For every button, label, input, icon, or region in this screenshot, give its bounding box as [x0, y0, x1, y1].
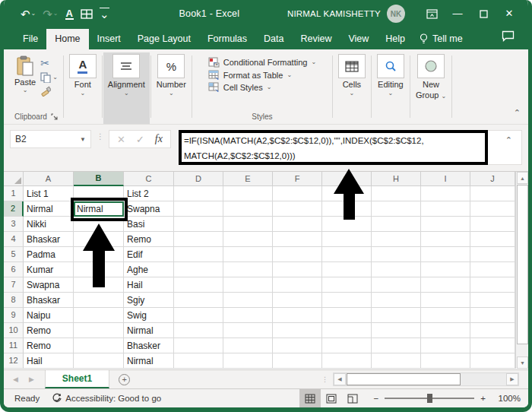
borders-icon[interactable]: [81, 9, 93, 19]
cell-F4[interactable]: [273, 232, 322, 247]
cell-D3[interactable]: [174, 217, 223, 232]
cell-F3[interactable]: [273, 217, 322, 232]
tab-file[interactable]: File: [14, 29, 46, 49]
zoom-in-icon[interactable]: +: [480, 394, 486, 403]
cell-B5[interactable]: [74, 247, 124, 262]
cell-C11[interactable]: Bhasker: [124, 338, 174, 353]
cell-H10[interactable]: [372, 323, 421, 338]
cell-D2[interactable]: [174, 201, 223, 217]
cell-F6[interactable]: [273, 262, 322, 277]
cell-I6[interactable]: [421, 262, 470, 277]
cell-D8[interactable]: [174, 293, 223, 308]
zoom-slider[interactable]: [385, 398, 474, 399]
cell-G12[interactable]: [322, 353, 372, 369]
cell-C4[interactable]: Remo: [124, 232, 174, 247]
cell-F5[interactable]: [273, 247, 322, 262]
cell-H8[interactable]: [372, 293, 421, 308]
cell-F1[interactable]: [273, 186, 322, 201]
cell-H4[interactable]: [372, 232, 421, 247]
cell-J8[interactable]: [470, 293, 515, 308]
cells-button[interactable]: Cells ⌄: [338, 54, 366, 97]
tab-page-layout[interactable]: Page Layout: [129, 29, 199, 49]
cell-B8[interactable]: [74, 293, 124, 308]
cell-F10[interactable]: [273, 323, 322, 338]
cell-J10[interactable]: [470, 323, 515, 338]
cell-G6[interactable]: [322, 262, 372, 277]
cell-G4[interactable]: [322, 232, 372, 247]
cell-I8[interactable]: [421, 293, 470, 308]
cell-E11[interactable]: [223, 338, 273, 353]
cell-A10[interactable]: Remo: [24, 323, 74, 338]
cell-I11[interactable]: [421, 338, 470, 353]
cell-I10[interactable]: [421, 323, 470, 338]
paste-button[interactable]: Paste ⌄: [14, 54, 36, 97]
cell-B9[interactable]: [74, 308, 124, 323]
row-header-5[interactable]: 5: [4, 247, 24, 262]
cell-B4[interactable]: [74, 232, 124, 247]
cell-H1[interactable]: [372, 186, 421, 201]
horizontal-scroll-thumb[interactable]: [347, 373, 461, 385]
zoom-out-icon[interactable]: −: [374, 394, 379, 403]
scroll-down-icon[interactable]: ▼: [517, 357, 528, 369]
accessibility-status[interactable]: Accessibility: Good to go: [52, 393, 161, 404]
cell-A8[interactable]: Bhaskar: [24, 293, 74, 308]
cell-C5[interactable]: Edif: [124, 247, 174, 262]
view-normal-button[interactable]: [299, 389, 321, 407]
cell-E7[interactable]: [223, 277, 273, 293]
cell-A5[interactable]: Padma: [24, 247, 74, 262]
cell-E9[interactable]: [223, 308, 273, 323]
font-button[interactable]: A Font ⌄: [69, 54, 97, 97]
cell-G7[interactable]: [322, 277, 372, 293]
cell-D6[interactable]: [174, 262, 223, 277]
vertical-scrollbar[interactable]: ▲ ▼: [515, 172, 528, 369]
cell-G11[interactable]: [322, 338, 372, 353]
cell-A4[interactable]: Bhaskar: [24, 232, 74, 247]
name-box-dropdown-icon[interactable]: ▼: [80, 136, 86, 143]
cell-C8[interactable]: Sgiy: [124, 293, 174, 308]
conditional-formatting-button[interactable]: = Conditional Formatting ⌄: [208, 57, 316, 68]
cell-J4[interactable]: [470, 232, 515, 247]
insert-function-icon[interactable]: fx: [155, 133, 163, 145]
cell-G5[interactable]: [322, 247, 372, 262]
cell-C3[interactable]: Basi: [124, 217, 174, 232]
cell-H6[interactable]: [372, 262, 421, 277]
cell-D10[interactable]: [174, 323, 223, 338]
formula-bar-grip[interactable]: ⋮: [97, 132, 104, 141]
horizontal-scroll-track[interactable]: [461, 373, 506, 385]
customize-quick-access-icon[interactable]: ⌄: [100, 8, 109, 20]
tab-home[interactable]: Home: [46, 29, 88, 49]
cell-F11[interactable]: [273, 338, 322, 353]
cut-icon[interactable]: ✂: [40, 57, 58, 69]
cell-F2[interactable]: [273, 201, 322, 217]
cell-H9[interactable]: [372, 308, 421, 323]
sheet-nav-left-icon[interactable]: ◀: [13, 376, 18, 383]
tab-view[interactable]: View: [340, 29, 377, 49]
cell-G9[interactable]: [322, 308, 372, 323]
cell-E4[interactable]: [223, 232, 273, 247]
cell-E12[interactable]: [223, 353, 273, 369]
cell-C7[interactable]: Hail: [124, 277, 174, 293]
cell-E8[interactable]: [223, 293, 273, 308]
close-button[interactable]: ✕: [496, 0, 522, 27]
cell-J5[interactable]: [470, 247, 515, 262]
zoom-slider-thumb[interactable]: [427, 394, 432, 403]
select-all-button[interactable]: [4, 172, 24, 186]
sheet-tab-sheet1[interactable]: Sheet1: [45, 370, 109, 388]
cell-J1[interactable]: [470, 186, 515, 201]
zoom-percentage[interactable]: 100%: [492, 394, 521, 403]
column-header-B[interactable]: B: [74, 172, 124, 186]
cell-B2[interactable]: Nirmal: [74, 201, 124, 217]
cell-C6[interactable]: Aghe: [124, 262, 174, 277]
scroll-left-icon[interactable]: ◀: [334, 373, 346, 385]
minimize-button[interactable]: —: [445, 0, 470, 27]
cell-I1[interactable]: [421, 186, 470, 201]
row-header-10[interactable]: 10: [4, 323, 24, 338]
format-painter-icon[interactable]: [40, 86, 58, 97]
cell-G3[interactable]: [322, 217, 372, 232]
alignment-button[interactable]: Alignment ⌄: [108, 54, 145, 97]
cell-A2[interactable]: Nirmal: [24, 201, 74, 217]
tab-review[interactable]: Review: [292, 29, 340, 49]
cell-G2[interactable]: [322, 201, 372, 217]
cell-A12[interactable]: Hail: [24, 353, 74, 369]
redo-icon[interactable]: ↷⌄: [43, 8, 58, 20]
